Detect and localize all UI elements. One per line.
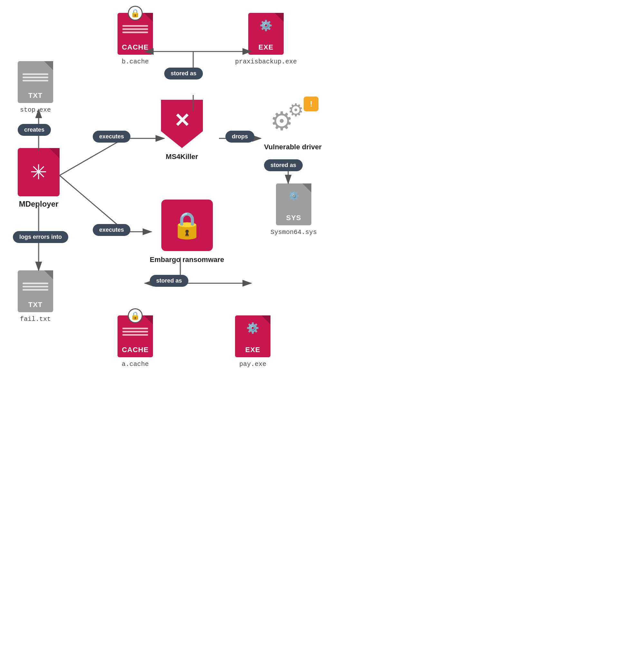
praxisbackup-caption: praxisbackup.exe (235, 58, 297, 65)
shield-shape: ✕ (161, 100, 203, 148)
arrows-svg (0, 0, 644, 654)
lock-icon: 🔒 (128, 6, 143, 21)
failtxt-caption: fail.txt (20, 316, 51, 323)
gear-sys-icon: ⚙️ (288, 190, 299, 201)
gear-pay-icon: ⚙️ (246, 322, 259, 334)
embargo-shape: 🔒 (161, 200, 213, 251)
shield-x-icon: ✕ (174, 111, 190, 130)
bcache-label: CACHE (122, 43, 148, 51)
lock-embargo-icon: 🔒 (171, 210, 203, 240)
small-gear-icon: ⚙ (288, 100, 304, 120)
sysmon-label: SYS (286, 214, 301, 222)
stored-as-top-label: stored as (164, 68, 203, 79)
warning-badge: ! (304, 97, 319, 111)
ms4killer-caption: MS4Killer (166, 153, 198, 161)
creates-label: creates (18, 124, 51, 136)
stored-as-embargo-label: stored as (150, 275, 188, 287)
vulnerable-driver-icon: ⚙ ⚙ ! Vulnerable driver (264, 100, 322, 151)
mdeployer-caption: MDeployer (19, 200, 59, 209)
stopexe-file: TXT stop.exe (18, 61, 53, 114)
payexe-caption: pay.exe (239, 360, 266, 368)
svg-line-5 (60, 176, 125, 232)
drops-label: drops (225, 131, 254, 143)
failtxt-label: TXT (28, 301, 43, 309)
logs-errors-label: logs errors into (13, 231, 68, 243)
sysmon-caption: Sysmon64.sys (271, 229, 317, 236)
svg-line-4 (60, 138, 124, 176)
gear-icon: ⚙️ (259, 19, 272, 31)
failtxt-file: TXT fail.txt (18, 270, 53, 323)
diagram: 🔒 CACHE b.cache ⚙️ EXE praxisbackup.exe … (0, 0, 644, 654)
mdeployer-file: ✳ MDeployer (18, 148, 60, 209)
executes-ms4killer-label: executes (93, 131, 131, 143)
vulnerable-driver-caption: Vulnerable driver (264, 143, 322, 151)
star-icon: ✳ (30, 160, 47, 184)
embargo-caption: Embargo ransomware (150, 256, 224, 264)
acache-label: CACHE (122, 346, 148, 354)
payexe-file: ⚙️ EXE pay.exe (235, 316, 271, 368)
acache-caption: a.cache (122, 360, 149, 368)
ms4killer-icon: ✕ MS4Killer (161, 100, 203, 161)
praxisbackup-label: EXE (258, 43, 274, 51)
stored-as-driver-label: stored as (264, 159, 303, 171)
bcache-file: 🔒 CACHE b.cache (117, 13, 153, 65)
praxisbackup-file: ⚙️ EXE praxisbackup.exe (235, 13, 297, 65)
acache-file: 🔒 CACHE a.cache (117, 316, 153, 368)
executes-embargo-label: executes (93, 224, 131, 236)
stopexe-caption: stop.exe (20, 106, 51, 114)
embargo-icon: 🔒 Embargo ransomware (150, 200, 224, 264)
payexe-label: EXE (245, 346, 260, 354)
sysmon-file: ⚙️ SYS Sysmon64.sys (271, 184, 317, 236)
bcache-caption: b.cache (122, 58, 149, 65)
stopexe-label: TXT (28, 91, 43, 100)
lock-acache-icon: 🔒 (128, 308, 143, 323)
